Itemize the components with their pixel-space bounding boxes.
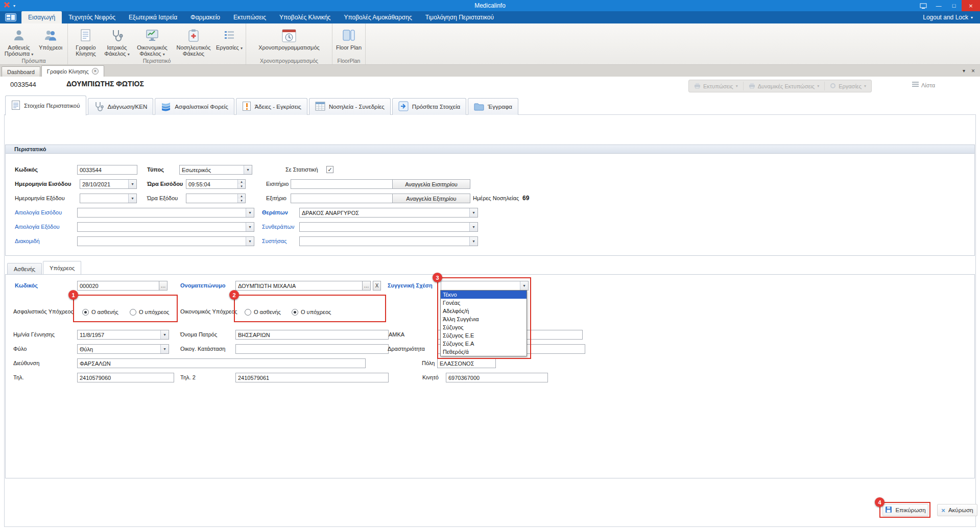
insurance-patient-radio-label[interactable]: Ο ασθενής xyxy=(91,307,118,317)
in-stats-checkbox[interactable]: ✓ xyxy=(326,166,333,173)
tab-obligor[interactable]: Υπόχρεος xyxy=(43,261,81,274)
transport-label[interactable]: Διακομιδή xyxy=(15,236,40,246)
floorplan-button[interactable]: Floor Plan xyxy=(334,25,363,51)
tab-incident-details[interactable]: Στοιχεία Περιστατικού xyxy=(5,95,86,115)
tab-close-icon[interactable]: × xyxy=(92,68,99,75)
entry-date-dropdown-icon[interactable]: ▾ xyxy=(128,180,136,188)
phone2-input[interactable]: 2410579061 xyxy=(235,373,389,382)
entry-reason-dropdown-icon[interactable]: ▾ xyxy=(246,208,254,217)
phone-input[interactable]: 2410579060 xyxy=(77,373,174,382)
referrer-dropdown-icon[interactable]: ▾ xyxy=(469,237,477,246)
movement-office-button[interactable]: Γραφείο Κίνησης xyxy=(70,25,102,57)
tab-list-caret-icon[interactable]: ▾ xyxy=(963,68,965,74)
dynamic-prints-button[interactable]: Δυναμικές Εκτυπώσεις ▾ xyxy=(744,80,824,92)
obligor-name-lookup-button[interactable]: … xyxy=(362,281,370,290)
relation-option-syzygos[interactable]: Σύζυγος xyxy=(441,323,527,331)
incident-code-input[interactable]: 0033544 xyxy=(77,165,137,175)
obligor-code-input[interactable]: 000020… xyxy=(77,281,168,291)
gender-combo[interactable]: Θύλη▾ xyxy=(77,344,169,354)
doctor-label[interactable]: Θεράπων xyxy=(262,208,288,218)
ticket-announce-button[interactable]: Αναγγελία Εισιτηρίου xyxy=(392,180,470,188)
birth-date-dropdown-icon[interactable]: ▾ xyxy=(160,330,169,339)
patient-tasks-button[interactable]: Εργασίες ▾ xyxy=(825,80,871,92)
marital-status-input[interactable] xyxy=(235,344,389,354)
maximize-button[interactable]: □ xyxy=(946,0,962,11)
tab-additional-details[interactable]: Πρόσθετα Στοιχεία xyxy=(392,98,466,115)
minimize-button[interactable]: — xyxy=(931,0,946,11)
tab-patient[interactable]: Ασθενής xyxy=(7,263,42,274)
mobile-input[interactable]: 6970367000 xyxy=(446,373,548,382)
birth-date-input[interactable]: 11/8/1957▾ xyxy=(77,330,169,340)
discharge-input[interactable]: Αναγγελία Εξιτηρίου xyxy=(291,194,470,203)
insurance-obligor-radio-label[interactable]: Ο υπόχρεος xyxy=(139,307,169,317)
close-button[interactable]: × xyxy=(962,0,980,11)
entry-date-input[interactable]: 28/10/2021▾ xyxy=(80,179,137,189)
relation-dropdown-icon[interactable]: ▾ xyxy=(520,281,528,290)
cancel-button[interactable]: × Ακύρωση xyxy=(937,504,977,516)
co-doctor-combo[interactable]: ▾ xyxy=(299,222,478,232)
exit-reason-combo[interactable]: ▾ xyxy=(77,222,254,232)
logout-and-lock-button[interactable]: Logout and Lock ▾ xyxy=(923,11,980,23)
display-icon[interactable] xyxy=(916,0,931,11)
confirm-button[interactable]: Επικύρωση xyxy=(882,504,928,516)
insurance-patient-radio[interactable] xyxy=(82,309,89,316)
doctor-dropdown-icon[interactable]: ▾ xyxy=(469,208,477,217)
tab-bar-close-icon[interactable]: × xyxy=(971,67,975,75)
menu-item-timologisi[interactable]: Τιμολόγηση Περιστατικού xyxy=(419,11,500,23)
menu-item-eksoterika-iatreia[interactable]: Εξωτερικά Ιατρεία xyxy=(122,11,184,23)
menu-item-texnitos-nefros[interactable]: Τεχνητός Νεφρός xyxy=(62,11,122,23)
obligor-code-lookup-button[interactable]: … xyxy=(159,281,167,290)
entry-time-spinner[interactable]: ▴▾ xyxy=(237,180,245,188)
tab-documents[interactable]: Έγγραφα xyxy=(468,98,518,115)
menu-item-farmakeio[interactable]: Φαρμακείο xyxy=(184,11,227,23)
exit-date-input[interactable]: ▾ xyxy=(80,194,137,203)
spin-down-icon[interactable]: ▾ xyxy=(238,184,245,189)
financial-patient-radio-label[interactable]: Ο ασθενής xyxy=(254,307,281,317)
exit-reason-dropdown-icon[interactable]: ▾ xyxy=(246,223,254,231)
list-button[interactable]: Λίστα xyxy=(912,82,935,88)
financial-obligor-radio-label[interactable]: Ο υπόχρεος xyxy=(301,307,331,317)
menu-item-eisagogi[interactable]: Εισαγωγή xyxy=(21,11,62,23)
obligors-button[interactable]: Υπόχρεοι xyxy=(36,25,65,51)
insurance-obligor-radio[interactable] xyxy=(130,309,136,316)
patients-button[interactable]: Ασθενείς Πρόσωπα ▾ xyxy=(2,25,36,57)
father-name-input[interactable]: ΒΗΣΣΑΡΙΩΝ xyxy=(235,330,389,340)
relation-option-petheros[interactable]: Πεθερός/ά xyxy=(441,348,527,356)
doctor-combo[interactable]: ΔΡΑΚΟΣ ΑΝΑΡΓΥΡΟΣ▾ xyxy=(299,208,478,218)
relation-option-adelfos[interactable]: Αδελφός/ή xyxy=(441,307,527,315)
discharge-announce-button[interactable]: Αναγγελία Εξιτηρίου xyxy=(392,194,470,203)
tab-insurance-funds[interactable]: Ασφαλιστικοί Φορείς xyxy=(155,98,234,115)
referrer-label[interactable]: Συστήσας xyxy=(262,236,287,246)
transport-combo[interactable]: ▾ xyxy=(77,236,254,246)
scheduler-button[interactable]: Χρονοπρογραμματισμός xyxy=(248,25,330,51)
financial-obligor-radio[interactable] xyxy=(292,309,298,316)
obligor-name-clear-button[interactable]: X xyxy=(373,281,381,291)
tab-hospitalization-sessions[interactable]: Νοσηλεία - Συνεδρίες xyxy=(309,98,391,115)
menu-item-ektyposeis[interactable]: Εκτυπώσεις xyxy=(227,11,273,23)
gender-dropdown-icon[interactable]: ▾ xyxy=(160,345,169,353)
spin-up-icon[interactable]: ▴ xyxy=(238,194,245,199)
relation-option-alli-syggenia[interactable]: Άλλη Συγγένια xyxy=(441,315,527,323)
tab-movement-office[interactable]: Γραφείο Κίνησης × xyxy=(41,65,104,77)
exit-date-dropdown-icon[interactable]: ▾ xyxy=(128,194,136,203)
obligor-name-label[interactable]: Ονοματεπώνυμο xyxy=(180,281,225,291)
relation-combo[interactable]: ▾ xyxy=(441,281,529,291)
tab-diagnosis-ken[interactable]: Διάγνωση/ΚΕΝ xyxy=(88,98,154,115)
co-doctor-label[interactable]: Συνθεράπων xyxy=(262,222,294,232)
prints-button[interactable]: Εκτυπώσεις ▾ xyxy=(689,80,743,92)
exit-time-spinner[interactable]: ▴▾ xyxy=(237,194,245,203)
incident-type-combo[interactable]: Εσωτερικός▾ xyxy=(179,165,252,175)
financial-patient-radio[interactable] xyxy=(245,309,251,316)
ticket-input[interactable]: Αναγγελία Εισιτηρίου xyxy=(291,179,470,189)
financial-file-button[interactable]: Οικονομικός Φάκελος ▾ xyxy=(132,25,172,57)
app-menu-icon[interactable] xyxy=(0,11,21,23)
address-input[interactable]: ΦΑΡΣΑΛΩΝ xyxy=(77,358,366,368)
relation-label[interactable]: Συγγενική Σχέση xyxy=(388,281,433,291)
medical-file-button[interactable]: Ιατρικός Φάκελος ▾ xyxy=(102,25,132,57)
spin-down-icon[interactable]: ▾ xyxy=(238,199,245,203)
obligor-code-label[interactable]: Κωδικός xyxy=(15,281,38,291)
co-doctor-dropdown-icon[interactable]: ▾ xyxy=(469,223,477,231)
entry-reason-label[interactable]: Αιτιολογία Εισόδου xyxy=(15,208,62,218)
transport-dropdown-icon[interactable]: ▾ xyxy=(246,237,254,246)
tasks-button[interactable]: Εργασίες ▾ xyxy=(215,25,244,51)
